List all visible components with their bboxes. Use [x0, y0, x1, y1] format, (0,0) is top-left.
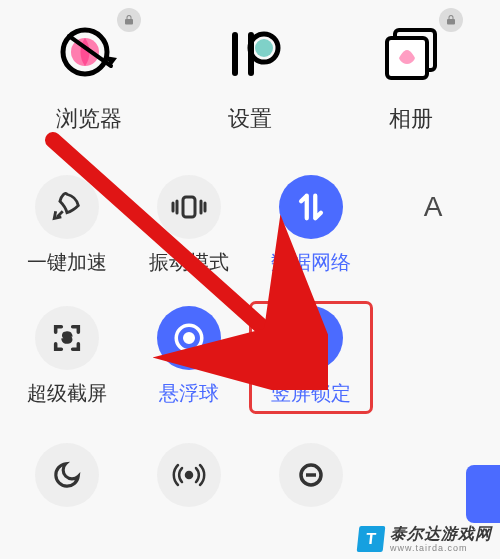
tile-label: 振动模式 [149, 249, 229, 276]
tile-label: 竖屏锁定 [271, 380, 351, 407]
svg-rect-7 [183, 197, 195, 217]
hotspot-icon [157, 443, 221, 507]
svg-text:S: S [63, 330, 72, 345]
app-row: 浏览器 设置 相册 [0, 0, 500, 142]
watermark-logo-icon: T [357, 526, 386, 552]
svg-point-12 [186, 472, 192, 478]
ring-icon [279, 443, 343, 507]
tile-empty [372, 306, 494, 413]
tile-night[interactable] [6, 443, 128, 507]
tile-screenshot[interactable]: S 超级截屏 [6, 306, 128, 413]
tile-vibrate[interactable]: 振动模式 [128, 175, 250, 276]
moon-icon [35, 443, 99, 507]
data-icon [279, 175, 343, 239]
watermark: T 泰尔达游戏网 www.tairda.com [358, 524, 492, 553]
screenshot-icon: S [35, 306, 99, 370]
side-handle[interactable] [466, 465, 500, 523]
vibrate-icon [157, 175, 221, 239]
tile-portrait-lock[interactable]: 竖屏锁定 [250, 302, 372, 413]
watermark-title: 泰尔达游戏网 [390, 524, 492, 545]
app-label: 相册 [389, 104, 433, 134]
settings-icon [214, 18, 286, 90]
app-label: 设置 [228, 104, 272, 134]
target-icon [157, 306, 221, 370]
tile-hotspot[interactable] [128, 443, 250, 507]
tile-boost[interactable]: 一键加速 [6, 175, 128, 276]
tile-data[interactable]: 数据网络 [250, 175, 372, 276]
rocket-icon [35, 175, 99, 239]
tile-font-size[interactable]: A [372, 175, 494, 276]
rotation-lock-icon [279, 306, 343, 370]
tile-label: 超级截屏 [27, 380, 107, 407]
quick-settings-grid: 一键加速 振动模式 数据网络 A S 超级截屏 [0, 175, 500, 507]
browser-icon [53, 18, 125, 90]
app-browser[interactable]: 浏览器 [19, 18, 159, 134]
gallery-icon [375, 18, 447, 90]
tile-ring[interactable] [250, 443, 372, 507]
tile-label: 悬浮球 [159, 380, 219, 407]
app-label: 浏览器 [56, 104, 122, 134]
svg-point-10 [185, 334, 194, 343]
app-gallery[interactable]: 相册 [341, 18, 481, 134]
app-settings[interactable]: 设置 [180, 18, 320, 134]
svg-rect-1 [232, 32, 238, 76]
svg-point-4 [255, 39, 273, 57]
tile-label: 数据网络 [271, 249, 351, 276]
tile-floatball[interactable]: 悬浮球 [128, 306, 250, 413]
tile-label: 一键加速 [27, 249, 107, 276]
font-size-icon: A [424, 175, 443, 239]
